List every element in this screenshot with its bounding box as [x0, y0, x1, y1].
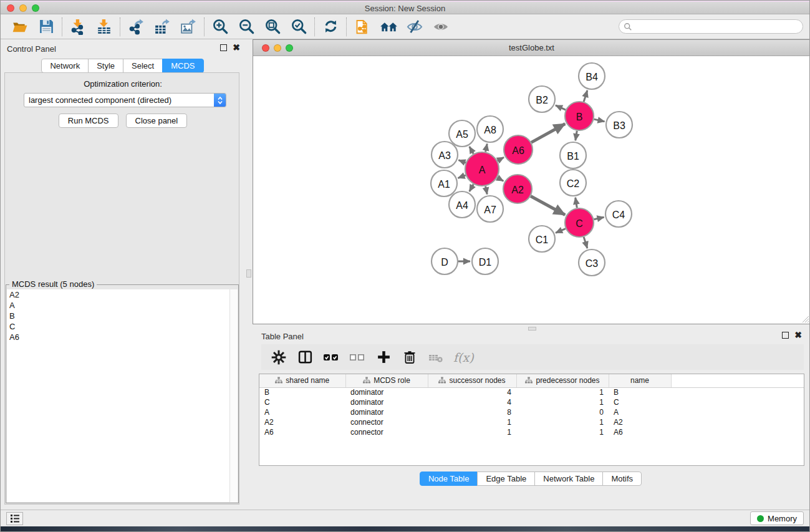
zoom-out-icon[interactable]: [236, 17, 257, 37]
table-cell[interactable]: 1: [428, 427, 516, 437]
tab-network-table[interactable]: Network Table: [534, 472, 603, 486]
table-cell[interactable]: C: [259, 397, 345, 407]
edge-B-B1[interactable]: [576, 131, 577, 141]
tab-mcds[interactable]: MCDS: [162, 59, 203, 73]
graph-node-B1[interactable]: B1: [560, 142, 586, 168]
tab-style[interactable]: Style: [88, 59, 123, 73]
zoom-in-icon[interactable]: [210, 17, 231, 37]
tab-edge-table[interactable]: Edge Table: [477, 472, 535, 486]
edge-C-C3[interactable]: [584, 237, 587, 248]
graph-node-A6[interactable]: A6: [504, 135, 533, 164]
mcds-result-item[interactable]: C: [7, 321, 238, 332]
table-cell[interactable]: 8: [428, 407, 516, 417]
graph-node-A8[interactable]: A8: [477, 116, 503, 142]
edge-C-C2[interactable]: [576, 198, 577, 208]
graph-node-B4[interactable]: B4: [579, 63, 605, 89]
graph-node-A1[interactable]: A1: [431, 170, 457, 196]
edge-A-A8[interactable]: [486, 144, 488, 152]
table-cell[interactable]: A2: [259, 417, 345, 427]
column-header-shared-name[interactable]: shared name: [259, 374, 345, 387]
table-cell[interactable]: A6: [259, 427, 345, 437]
create-column-icon[interactable]: [375, 349, 392, 366]
select-all-icon[interactable]: [322, 349, 340, 366]
memory-button[interactable]: Memory: [750, 511, 804, 525]
table-row[interactable]: Cdominator41C: [259, 397, 804, 407]
edge-B-B3[interactable]: [594, 119, 604, 122]
table-cell[interactable]: dominator: [345, 387, 428, 397]
edge-A6-B[interactable]: [531, 124, 565, 143]
table-cell[interactable]: A: [259, 407, 345, 417]
graph-node-B[interactable]: B: [565, 102, 594, 130]
table-cell[interactable]: 1: [516, 397, 609, 407]
graph-node-D1[interactable]: D1: [472, 248, 498, 274]
show-all-icon[interactable]: [430, 17, 451, 37]
table-cell[interactable]: dominator: [345, 407, 428, 417]
export-image-icon[interactable]: [178, 17, 199, 37]
graph-node-D[interactable]: D: [432, 248, 458, 274]
export-table-icon[interactable]: [152, 17, 173, 37]
table-cell[interactable]: A2: [609, 417, 671, 427]
column-header-predecessor-nodes[interactable]: predecessor nodes: [516, 374, 609, 387]
zoom-fit-icon[interactable]: [262, 17, 283, 37]
close-panel-icon[interactable]: ✖: [233, 44, 240, 51]
table-cell[interactable]: 4: [428, 397, 516, 407]
graph-node-A3[interactable]: A3: [432, 142, 458, 168]
table-cell[interactable]: 1: [428, 417, 516, 427]
graph-node-A4[interactable]: A4: [449, 191, 475, 218]
table-cell[interactable]: B: [609, 387, 671, 397]
table-cell[interactable]: 0: [516, 407, 609, 417]
import-network-icon[interactable]: [67, 17, 89, 37]
network-window-titlebar[interactable]: testGlobe.txt: [253, 40, 810, 56]
table-cell[interactable]: 1: [516, 387, 609, 397]
table-cell[interactable]: connector: [345, 427, 428, 437]
table-cell[interactable]: 1: [516, 427, 609, 437]
task-history-button[interactable]: [6, 512, 23, 525]
search-field[interactable]: [619, 19, 803, 34]
first-neighbors-icon[interactable]: [378, 17, 399, 37]
edge-B-B2[interactable]: [556, 105, 566, 110]
export-network-icon[interactable]: [125, 17, 147, 37]
graph-node-B3[interactable]: B3: [606, 112, 632, 138]
table-row[interactable]: Bdominator41B: [259, 387, 804, 397]
graph-node-C1[interactable]: C1: [529, 226, 555, 252]
list-scrollbar[interactable]: [229, 289, 238, 502]
table-cell[interactable]: A: [609, 407, 671, 417]
delete-column-icon[interactable]: [401, 349, 418, 366]
graph-node-C[interactable]: C: [565, 208, 594, 237]
graph-node-B2[interactable]: B2: [529, 86, 555, 112]
table-row[interactable]: A6connector11A6: [259, 427, 804, 437]
refresh-icon[interactable]: [320, 17, 341, 37]
edge-A-A1[interactable]: [458, 175, 465, 178]
column-header-name[interactable]: name: [609, 374, 671, 387]
mcds-result-item[interactable]: A: [7, 300, 238, 311]
mcds-result-item[interactable]: B: [7, 311, 238, 321]
graph-node-A[interactable]: A: [465, 152, 499, 186]
close-table-panel-icon[interactable]: ✖: [794, 332, 802, 339]
table-cell[interactable]: dominator: [345, 397, 428, 407]
open-file-icon[interactable]: [9, 17, 31, 37]
zoom-selected-icon[interactable]: [288, 17, 309, 37]
float-table-panel-icon[interactable]: [782, 332, 789, 339]
column-header-successor-nodes[interactable]: successor nodes: [428, 374, 516, 387]
table-row[interactable]: Adominator80A: [259, 407, 804, 417]
graph-node-C3[interactable]: C3: [579, 249, 605, 276]
table-cell[interactable]: connector: [345, 417, 428, 427]
edge-B-B4[interactable]: [584, 90, 587, 102]
tab-network[interactable]: Network: [41, 59, 89, 73]
table-cell[interactable]: 4: [428, 387, 516, 397]
tab-node-table[interactable]: Node Table: [420, 472, 478, 486]
function-builder-icon[interactable]: f(x): [453, 351, 474, 364]
tab-motifs[interactable]: Motifs: [602, 472, 642, 486]
float-panel-icon[interactable]: [220, 44, 227, 51]
table-cell[interactable]: A6: [609, 427, 671, 437]
search-input[interactable]: [635, 21, 803, 32]
edge-A-A7[interactable]: [486, 186, 488, 194]
table-cell[interactable]: 1: [516, 417, 609, 427]
new-network-file-icon[interactable]: [352, 17, 373, 37]
table-row[interactable]: A2connector11A2: [259, 417, 804, 427]
edge-A2-C[interactable]: [531, 196, 565, 215]
settings-gear-icon[interactable]: [270, 349, 287, 366]
edge-C-C4[interactable]: [594, 217, 604, 220]
delete-table-icon[interactable]: [427, 349, 445, 366]
criterion-dropdown[interactable]: largest connected component (directed): [24, 93, 226, 107]
